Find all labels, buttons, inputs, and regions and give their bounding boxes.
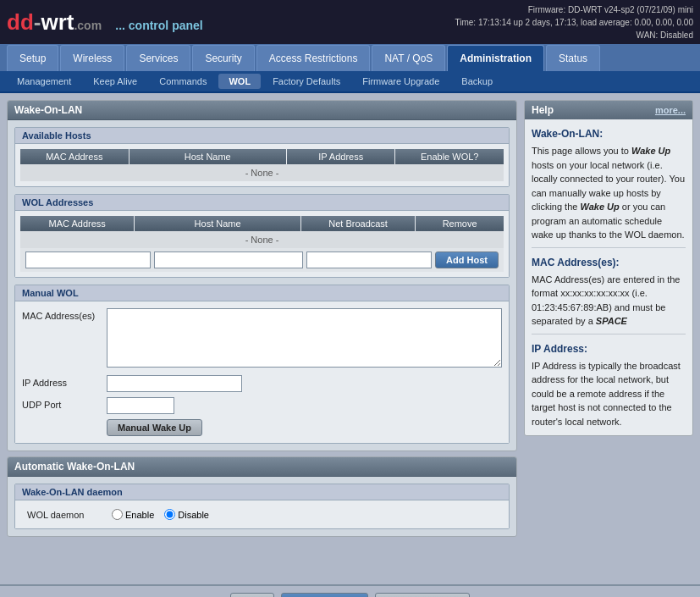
help-ip-text: IP Address is typically the broadcast ad… [532, 359, 686, 429]
add-hostname-input[interactable] [154, 252, 303, 268]
sub-tab-management[interactable]: Management [7, 74, 81, 89]
enable-radio-text: Enable [125, 510, 154, 520]
disable-radio-label[interactable]: Disable [164, 509, 209, 520]
sub-tab-firmware-upgrade[interactable]: Firmware Upgrade [352, 74, 449, 89]
nav-tab-administration[interactable]: Administration [447, 45, 544, 71]
sub-tab-backup[interactable]: Backup [451, 74, 503, 89]
available-hosts-title: Available Hosts [15, 128, 509, 144]
help-header: Help more... [525, 101, 692, 119]
help-title: Help [532, 104, 554, 116]
mac-label: MAC Address(es) [22, 308, 107, 321]
apply-settings-button[interactable]: Apply Settings [281, 593, 368, 597]
add-broadcast-input[interactable] [306, 252, 432, 268]
help-wol-heading: Wake-On-LAN: [532, 126, 686, 141]
automatic-wol-title: Automatic Wake-On-LAN [8, 457, 516, 477]
available-hosts-section: Available Hosts MAC Address Host Name IP… [14, 127, 510, 187]
mac-row: MAC Address(es) [22, 308, 502, 370]
manual-wake-button[interactable]: Manual Wake Up [107, 419, 202, 436]
col-mac-address: MAC Address [20, 149, 129, 164]
mac-field-wrap [107, 308, 502, 370]
wol-col-broadcast: Net Broadcast [301, 216, 415, 231]
help-mac-heading: MAC Address(es): [532, 255, 686, 270]
sub-tab-keep-alive[interactable]: Keep Alive [83, 74, 147, 89]
wol-col-host: Host Name [135, 216, 300, 231]
daemon-row: WOL daemon Enable Disable [20, 506, 504, 523]
disable-radio-text: Disable [178, 510, 209, 520]
sub-tab-commands[interactable]: Commands [149, 74, 217, 89]
ip-label: IP Address [22, 375, 107, 388]
udp-label: UDP Port [22, 397, 107, 410]
help-box: Help more... Wake-On-LAN: This page allo… [524, 100, 693, 436]
help-body: Wake-On-LAN: This page allows you to Wak… [525, 119, 692, 435]
help-ip-heading: IP Address: [532, 341, 686, 357]
footer: Save Apply Settings Cancel Changes [0, 584, 700, 597]
wol-addresses-section: WOL Addresses MAC Address Host Name Net … [14, 194, 510, 278]
help-divider-2 [532, 334, 686, 334]
manual-wol-body: MAC Address(es) IP Address UDP Port [15, 301, 509, 443]
available-hosts-headers: MAC Address Host Name IP Address Enable … [20, 149, 504, 164]
save-button[interactable]: Save [230, 593, 274, 597]
nav-tab-wireless[interactable]: Wireless [60, 45, 124, 71]
ip-input[interactable] [107, 375, 242, 392]
wol-addresses-title: WOL Addresses [15, 195, 509, 211]
enable-radio-label[interactable]: Enable [112, 509, 154, 520]
mac-textarea[interactable] [107, 308, 502, 368]
help-more-link[interactable]: more... [655, 105, 686, 115]
add-mac-input[interactable] [25, 252, 151, 268]
nav-tab-access-restrictions[interactable]: Access Restrictions [256, 45, 371, 71]
nav-tab-setup[interactable]: Setup [7, 45, 58, 71]
daemon-body: WOL daemon Enable Disable [15, 500, 509, 528]
disable-radio[interactable] [164, 509, 175, 520]
udp-row: UDP Port [22, 397, 502, 414]
ip-row: IP Address [22, 375, 502, 392]
available-hosts-body: MAC Address Host Name IP Address Enable … [15, 144, 509, 186]
nav-tab-services[interactable]: Services [126, 45, 190, 71]
col-ip-address: IP Address [287, 149, 395, 164]
help-divider-1 [532, 247, 686, 248]
automatic-wol-section: Automatic Wake-On-LAN Wake-On-LAN daemon… [7, 456, 517, 537]
enable-radio[interactable] [112, 509, 123, 520]
daemon-section: Wake-On-LAN daemon WOL daemon Enable Dis… [14, 484, 510, 529]
add-host-row: Add Host [20, 248, 504, 272]
udp-input[interactable] [107, 397, 174, 414]
wol-section: Wake-On-LAN Available Hosts MAC Address … [7, 100, 517, 451]
help-wol-text: This page allows you to Wake Up hosts on… [532, 144, 686, 242]
help-mac-text: MAC Address(es) are entered in the forma… [532, 273, 686, 329]
wol-addresses-body: MAC Address Host Name Net Broadcast Remo… [15, 211, 509, 277]
wol-addresses-headers: MAC Address Host Name Net Broadcast Remo… [20, 216, 504, 231]
wol-col-mac: MAC Address [20, 216, 134, 231]
control-panel-label: ... control panel [115, 19, 202, 32]
firmware-info: Firmware: DD-WRT v24-sp2 (07/21/09) mini… [455, 3, 694, 41]
sub-tab-wol[interactable]: WOL [218, 74, 261, 89]
help-sidebar: Help more... Wake-On-LAN: This page allo… [524, 100, 693, 578]
wol-addresses-empty: - None - [20, 231, 504, 248]
header: dd-wrt.com ... control panel Firmware: D… [0, 0, 700, 44]
wol-title: Wake-On-LAN [8, 101, 516, 120]
content-area: Wake-On-LAN Available Hosts MAC Address … [7, 100, 517, 578]
sub-nav: ManagementKeep AliveCommandsWOLFactory D… [0, 71, 700, 93]
daemon-radio-group: Enable Disable [112, 509, 209, 520]
wol-col-remove: Remove [416, 216, 504, 231]
cancel-changes-button[interactable]: Cancel Changes [375, 593, 470, 597]
manual-wol-title: Manual WOL [15, 285, 509, 301]
daemon-title: Wake-On-LAN daemon [15, 484, 509, 500]
add-host-button[interactable]: Add Host [435, 252, 499, 268]
nav-tab-nat-qos[interactable]: NAT / QoS [372, 45, 445, 71]
manual-wol-section: Manual WOL MAC Address(es) IP Address UD… [14, 285, 510, 444]
main-nav: SetupWirelessServicesSecurityAccess Rest… [0, 44, 700, 71]
nav-tab-status[interactable]: Status [546, 45, 600, 71]
col-host-name: Host Name [130, 149, 286, 164]
logo: dd-wrt.com ... control panel [7, 9, 203, 36]
available-hosts-empty: - None - [20, 164, 504, 181]
sub-tab-factory-defaults[interactable]: Factory Defaults [262, 74, 350, 89]
col-enable-wol: Enable WOL? [395, 149, 504, 164]
nav-tab-security[interactable]: Security [192, 45, 254, 71]
wake-button-wrap: Manual Wake Up [22, 419, 502, 436]
daemon-label: WOL daemon [27, 510, 112, 520]
main-content: Wake-On-LAN Available Hosts MAC Address … [0, 93, 700, 584]
